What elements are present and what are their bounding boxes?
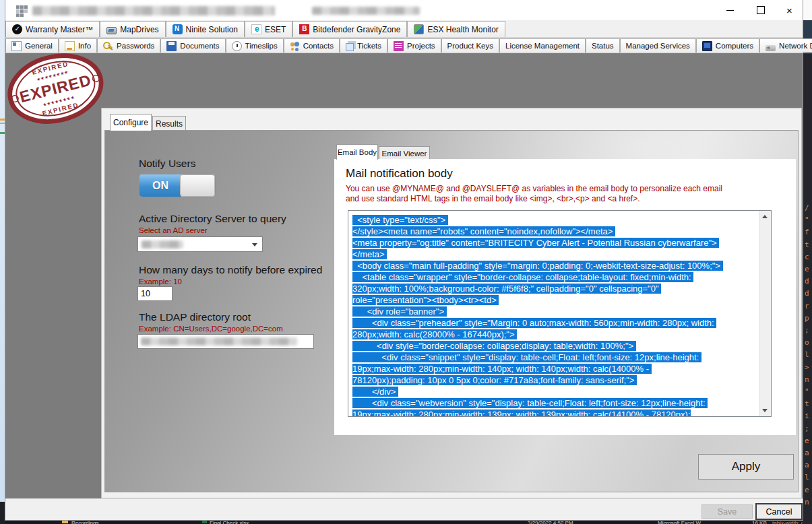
tab-tickets[interactable]: Tickets: [340, 38, 387, 53]
tab-passwords[interactable]: Passwords: [97, 38, 160, 53]
ldap-label: The LDAP directory root: [139, 311, 251, 323]
esx-icon: [414, 24, 424, 34]
left-edge-blue-mark: [0, 123, 5, 124]
tab-label: Results: [156, 119, 183, 129]
tab-label: ESET: [265, 25, 286, 34]
tab-configure[interactable]: Configure: [110, 114, 152, 131]
tab-label: Passwords: [117, 42, 154, 50]
close-icon: ×: [786, 5, 792, 15]
tab-network-devices[interactable]: Network Devices: [759, 38, 812, 53]
tab-esx-health-monitor[interactable]: ESX Health Monitor: [407, 21, 505, 37]
code-line: <meta property="og:title" content="BRITE…: [352, 238, 719, 248]
background-code-fragment: tabix-width: calc(14: [772, 520, 803, 524]
days-input[interactable]: 10: [137, 286, 173, 301]
file-explorer-date: 3/29/2022 4:52 PM: [528, 520, 573, 524]
scroll-down-icon[interactable]: [762, 409, 768, 412]
top-tab-row-2: General Info Passwords Documents Timesli…: [5, 38, 803, 53]
apply-label: Apply: [732, 460, 761, 473]
background-code-characters: / " f t c e d d r p ; o l > n " t i ; e …: [805, 202, 809, 509]
save-label: Save: [718, 507, 737, 517]
tab-label: Managed Services: [626, 42, 690, 50]
tab-email-body[interactable]: Email Body: [336, 144, 378, 160]
tab-ninite-solution[interactable]: Ninite Solution: [166, 21, 245, 37]
save-button[interactable]: Save: [701, 504, 753, 519]
right-edge-top: [803, 0, 812, 20]
tab-license-management[interactable]: License Management: [499, 38, 586, 53]
maximize-button[interactable]: [745, 0, 776, 20]
file-explorer-folder-name: Recordings: [71, 520, 98, 524]
tab-label: Email Body: [338, 148, 377, 156]
top-tab-row-1: Warranty Master™ MapDrives Ninite Soluti…: [5, 20, 803, 38]
tab-status[interactable]: Status: [586, 38, 620, 53]
cancel-button[interactable]: Cancel: [755, 503, 803, 520]
notify-users-label: Notify Users: [139, 158, 195, 170]
general-icon: [11, 41, 22, 51]
tab-label: Warranty Master™: [26, 25, 93, 34]
excel-file-icon: [202, 521, 207, 523]
tab-label: Projects: [407, 42, 435, 50]
editor-vertical-scrollbar[interactable]: [759, 211, 771, 416]
mapdrives-icon: [106, 27, 117, 34]
scroll-up-icon[interactable]: [762, 215, 768, 218]
background-window-left-bottom: [0, 502, 5, 524]
app-icon: [16, 5, 20, 9]
ldap-input[interactable]: [137, 334, 314, 349]
tab-mapdrives[interactable]: MapDrives: [100, 21, 165, 37]
code-line: 320px;width: 100%;background-color: #f5f…: [352, 284, 661, 294]
tab-label: Timeslips: [245, 42, 278, 50]
tab-managed-services[interactable]: Managed Services: [620, 38, 696, 53]
mail-body-hint-2: and use standard HTML tags in the email …: [346, 194, 640, 203]
cancel-label: Cancel: [766, 507, 792, 517]
email-body-code[interactable]: <style type="text/css"> </style><meta na…: [349, 211, 759, 416]
tab-general[interactable]: General: [5, 38, 59, 53]
ldap-hint: Example: CN=Users,DC=google,DC=com: [139, 325, 283, 333]
code-line: <style type="text/css">: [352, 215, 448, 225]
code-line: <div class="snippet" style="display: tab…: [352, 352, 701, 362]
ad-server-hint: Select an AD server: [139, 226, 208, 234]
bitdefender-icon: [299, 24, 309, 34]
app-header-area: EXPIRED ★★★★★★★★ EXPIRED ★★★★★★★★ EXPIRE…: [5, 53, 803, 498]
tab-warranty-master[interactable]: Warranty Master™: [5, 21, 100, 37]
tab-label: Ninite Solution: [186, 25, 238, 34]
tab-projects[interactable]: Projects: [387, 38, 441, 53]
redacted-server-name: [142, 240, 183, 249]
network-devices-icon: [766, 45, 776, 51]
tab-label: ESX Health Monitor: [427, 25, 498, 34]
code-line: 19px;max-width: 280px;min-width: 140px; …: [352, 364, 652, 374]
tab-computers[interactable]: Computers: [696, 38, 759, 53]
tab-results[interactable]: Results: [152, 116, 186, 131]
code-line: </meta>: [352, 249, 387, 259]
tab-timeslips[interactable]: Timeslips: [226, 38, 284, 53]
expired-stamp: EXPIRED ★★★★★★★★ EXPIRED ★★★★★★★★ EXPIRE…: [0, 44, 111, 134]
contacts-people-icon: [290, 41, 300, 51]
tab-label: License Management: [505, 42, 580, 50]
passwords-keys-icon: [103, 41, 113, 51]
code-line: <div style="border-collapse: collapse;di…: [352, 341, 636, 351]
left-edge-orange-mark: [0, 119, 5, 121]
ninite-icon: [173, 24, 183, 34]
days-value: 10: [141, 289, 150, 298]
apply-button[interactable]: Apply: [698, 454, 794, 480]
minimize-button[interactable]: [714, 0, 745, 20]
tab-eset[interactable]: ESET: [245, 21, 292, 37]
close-button[interactable]: ×: [776, 0, 803, 20]
tab-documents[interactable]: Documents: [160, 38, 225, 53]
computers-monitor-icon: [702, 41, 712, 51]
file-explorer-type: Microsoft Excel W...: [658, 520, 705, 524]
toggle-knob[interactable]: [180, 174, 215, 197]
file-explorer-size: 16 KB: [752, 520, 767, 524]
tab-label: MapDrives: [120, 25, 158, 34]
days-hint: Example: 10: [139, 277, 182, 286]
ad-server-dropdown[interactable]: [137, 236, 263, 252]
tab-product-keys[interactable]: Product Keys: [441, 38, 499, 53]
tab-label: Computers: [716, 42, 753, 50]
email-body-editor[interactable]: <style type="text/css"> </style><meta na…: [348, 210, 772, 417]
code-line: <div role="banner">: [352, 306, 447, 317]
tab-bitdefender-gravityzone[interactable]: Bitdefender GravityZone: [292, 21, 407, 37]
tab-email-viewer[interactable]: Email Viewer: [379, 146, 430, 160]
tab-contacts[interactable]: Contacts: [284, 38, 340, 53]
background-code-editor-edge: / " f t c e d d r p ; o l > n " t i ; e …: [803, 0, 812, 524]
code-line: 78120px);padding: 10px 0 5px 0;color: #7…: [352, 375, 637, 385]
notify-users-toggle[interactable]: ON: [139, 174, 216, 197]
code-line: <div class="webversion" style="display: …: [352, 398, 708, 408]
